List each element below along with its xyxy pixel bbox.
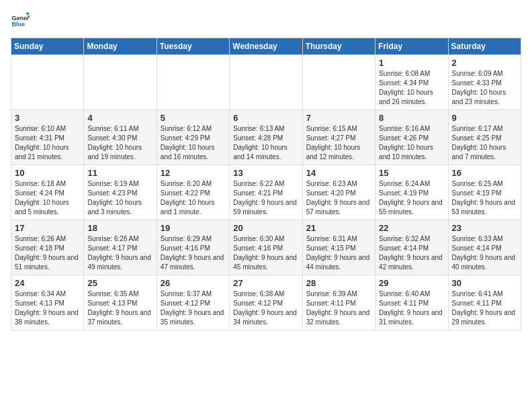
calendar-cell: 2Sunrise: 6:09 AM Sunset: 4:33 PM Daylig… bbox=[448, 55, 521, 110]
day-detail: Sunrise: 6:23 AM Sunset: 4:20 PM Dayligh… bbox=[306, 179, 371, 217]
day-number: 30 bbox=[452, 278, 517, 288]
day-number: 28 bbox=[306, 278, 371, 288]
day-detail: Sunrise: 6:39 AM Sunset: 4:11 PM Dayligh… bbox=[306, 289, 371, 327]
day-number: 27 bbox=[233, 278, 298, 288]
day-detail: Sunrise: 6:24 AM Sunset: 4:19 PM Dayligh… bbox=[379, 179, 444, 217]
column-header-saturday: Saturday bbox=[448, 38, 521, 55]
calendar-cell: 22Sunrise: 6:32 AM Sunset: 4:14 PM Dayli… bbox=[375, 220, 448, 275]
day-detail: Sunrise: 6:15 AM Sunset: 4:27 PM Dayligh… bbox=[306, 124, 371, 162]
calendar-cell: 3Sunrise: 6:10 AM Sunset: 4:31 PM Daylig… bbox=[11, 110, 84, 165]
day-detail: Sunrise: 6:18 AM Sunset: 4:24 PM Dayligh… bbox=[15, 179, 80, 217]
day-number: 16 bbox=[452, 168, 517, 178]
day-detail: Sunrise: 6:31 AM Sunset: 4:15 PM Dayligh… bbox=[306, 234, 371, 272]
day-number: 13 bbox=[233, 168, 298, 178]
day-number: 6 bbox=[233, 113, 298, 123]
calendar-cell: 20Sunrise: 6:30 AM Sunset: 4:16 PM Dayli… bbox=[230, 220, 302, 275]
calendar-cell: 11Sunrise: 6:19 AM Sunset: 4:23 PM Dayli… bbox=[84, 165, 157, 220]
day-detail: Sunrise: 6:30 AM Sunset: 4:16 PM Dayligh… bbox=[233, 234, 298, 272]
day-detail: Sunrise: 6:33 AM Sunset: 4:14 PM Dayligh… bbox=[452, 234, 517, 272]
calendar-cell: 24Sunrise: 6:34 AM Sunset: 4:13 PM Dayli… bbox=[11, 275, 84, 330]
day-detail: Sunrise: 6:20 AM Sunset: 4:22 PM Dayligh… bbox=[161, 179, 226, 217]
day-detail: Sunrise: 6:12 AM Sunset: 4:29 PM Dayligh… bbox=[161, 124, 226, 162]
logo: General Blue bbox=[11, 11, 30, 30]
calendar-cell: 8Sunrise: 6:16 AM Sunset: 4:26 PM Daylig… bbox=[375, 110, 448, 165]
day-number: 11 bbox=[87, 168, 152, 178]
day-number: 23 bbox=[452, 223, 517, 233]
day-detail: Sunrise: 6:17 AM Sunset: 4:25 PM Dayligh… bbox=[452, 124, 517, 162]
day-number: 25 bbox=[87, 278, 152, 288]
day-detail: Sunrise: 6:34 AM Sunset: 4:13 PM Dayligh… bbox=[15, 289, 80, 327]
day-number: 22 bbox=[379, 223, 444, 233]
calendar-cell: 4Sunrise: 6:11 AM Sunset: 4:30 PM Daylig… bbox=[84, 110, 157, 165]
calendar-cell: 7Sunrise: 6:15 AM Sunset: 4:27 PM Daylig… bbox=[302, 110, 375, 165]
day-number: 1 bbox=[379, 58, 444, 68]
day-detail: Sunrise: 6:29 AM Sunset: 4:16 PM Dayligh… bbox=[161, 234, 226, 272]
day-detail: Sunrise: 6:25 AM Sunset: 4:19 PM Dayligh… bbox=[452, 179, 517, 217]
calendar-cell: 30Sunrise: 6:41 AM Sunset: 4:11 PM Dayli… bbox=[448, 275, 521, 330]
calendar-cell: 5Sunrise: 6:12 AM Sunset: 4:29 PM Daylig… bbox=[157, 110, 229, 165]
day-number: 24 bbox=[15, 278, 80, 288]
calendar-cell: 21Sunrise: 6:31 AM Sunset: 4:15 PM Dayli… bbox=[302, 220, 375, 275]
day-number: 29 bbox=[379, 278, 444, 288]
day-detail: Sunrise: 6:13 AM Sunset: 4:28 PM Dayligh… bbox=[233, 124, 298, 162]
day-number: 8 bbox=[379, 113, 444, 123]
column-header-thursday: Thursday bbox=[302, 38, 375, 55]
calendar-cell: 23Sunrise: 6:33 AM Sunset: 4:14 PM Dayli… bbox=[448, 220, 521, 275]
calendar-cell: 1Sunrise: 6:08 AM Sunset: 4:34 PM Daylig… bbox=[375, 55, 448, 110]
column-header-tuesday: Tuesday bbox=[157, 38, 229, 55]
day-number: 17 bbox=[15, 223, 80, 233]
day-number: 3 bbox=[15, 113, 80, 123]
day-detail: Sunrise: 6:38 AM Sunset: 4:12 PM Dayligh… bbox=[233, 289, 298, 327]
day-detail: Sunrise: 6:16 AM Sunset: 4:26 PM Dayligh… bbox=[379, 124, 444, 162]
column-header-wednesday: Wednesday bbox=[230, 38, 302, 55]
calendar-cell bbox=[84, 55, 157, 110]
day-number: 21 bbox=[306, 223, 371, 233]
calendar-cell: 18Sunrise: 6:28 AM Sunset: 4:17 PM Dayli… bbox=[84, 220, 157, 275]
logo-icon: General Blue bbox=[11, 11, 30, 30]
day-number: 5 bbox=[161, 113, 226, 123]
day-detail: Sunrise: 6:08 AM Sunset: 4:34 PM Dayligh… bbox=[379, 69, 444, 107]
calendar-cell: 13Sunrise: 6:22 AM Sunset: 4:21 PM Dayli… bbox=[230, 165, 302, 220]
calendar-cell bbox=[11, 55, 84, 110]
calendar-cell: 12Sunrise: 6:20 AM Sunset: 4:22 PM Dayli… bbox=[157, 165, 229, 220]
column-header-monday: Monday bbox=[84, 38, 157, 55]
calendar-cell: 15Sunrise: 6:24 AM Sunset: 4:19 PM Dayli… bbox=[375, 165, 448, 220]
day-detail: Sunrise: 6:41 AM Sunset: 4:11 PM Dayligh… bbox=[452, 289, 517, 327]
calendar-cell bbox=[302, 55, 375, 110]
day-number: 9 bbox=[452, 113, 517, 123]
calendar-cell: 6Sunrise: 6:13 AM Sunset: 4:28 PM Daylig… bbox=[230, 110, 302, 165]
day-number: 20 bbox=[233, 223, 298, 233]
calendar-cell bbox=[230, 55, 302, 110]
day-number: 26 bbox=[161, 278, 226, 288]
day-detail: Sunrise: 6:19 AM Sunset: 4:23 PM Dayligh… bbox=[87, 179, 152, 217]
day-number: 14 bbox=[306, 168, 371, 178]
calendar-cell: 27Sunrise: 6:38 AM Sunset: 4:12 PM Dayli… bbox=[230, 275, 302, 330]
day-detail: Sunrise: 6:28 AM Sunset: 4:17 PM Dayligh… bbox=[87, 234, 152, 272]
day-detail: Sunrise: 6:40 AM Sunset: 4:11 PM Dayligh… bbox=[379, 289, 444, 327]
calendar-cell bbox=[157, 55, 229, 110]
day-number: 19 bbox=[161, 223, 226, 233]
column-header-friday: Friday bbox=[375, 38, 448, 55]
day-detail: Sunrise: 6:37 AM Sunset: 4:12 PM Dayligh… bbox=[161, 289, 226, 327]
day-detail: Sunrise: 6:32 AM Sunset: 4:14 PM Dayligh… bbox=[379, 234, 444, 272]
day-number: 15 bbox=[379, 168, 444, 178]
calendar-cell: 16Sunrise: 6:25 AM Sunset: 4:19 PM Dayli… bbox=[448, 165, 521, 220]
calendar-cell: 17Sunrise: 6:26 AM Sunset: 4:18 PM Dayli… bbox=[11, 220, 84, 275]
day-detail: Sunrise: 6:22 AM Sunset: 4:21 PM Dayligh… bbox=[233, 179, 298, 217]
calendar-cell: 19Sunrise: 6:29 AM Sunset: 4:16 PM Dayli… bbox=[157, 220, 229, 275]
svg-marker-2 bbox=[26, 11, 30, 14]
calendar-cell: 29Sunrise: 6:40 AM Sunset: 4:11 PM Dayli… bbox=[375, 275, 448, 330]
day-number: 4 bbox=[87, 113, 152, 123]
calendar-cell: 10Sunrise: 6:18 AM Sunset: 4:24 PM Dayli… bbox=[11, 165, 84, 220]
day-detail: Sunrise: 6:09 AM Sunset: 4:33 PM Dayligh… bbox=[452, 69, 517, 107]
column-header-sunday: Sunday bbox=[11, 38, 84, 55]
calendar-cell: 28Sunrise: 6:39 AM Sunset: 4:11 PM Dayli… bbox=[302, 275, 375, 330]
day-detail: Sunrise: 6:35 AM Sunset: 4:13 PM Dayligh… bbox=[87, 289, 152, 327]
calendar-cell: 9Sunrise: 6:17 AM Sunset: 4:25 PM Daylig… bbox=[448, 110, 521, 165]
calendar-cell: 14Sunrise: 6:23 AM Sunset: 4:20 PM Dayli… bbox=[302, 165, 375, 220]
day-detail: Sunrise: 6:26 AM Sunset: 4:18 PM Dayligh… bbox=[15, 234, 80, 272]
day-number: 7 bbox=[306, 113, 371, 123]
calendar: SundayMondayTuesdayWednesdayThursdayFrid… bbox=[11, 38, 521, 330]
day-detail: Sunrise: 6:11 AM Sunset: 4:30 PM Dayligh… bbox=[87, 124, 152, 162]
calendar-cell: 25Sunrise: 6:35 AM Sunset: 4:13 PM Dayli… bbox=[84, 275, 157, 330]
